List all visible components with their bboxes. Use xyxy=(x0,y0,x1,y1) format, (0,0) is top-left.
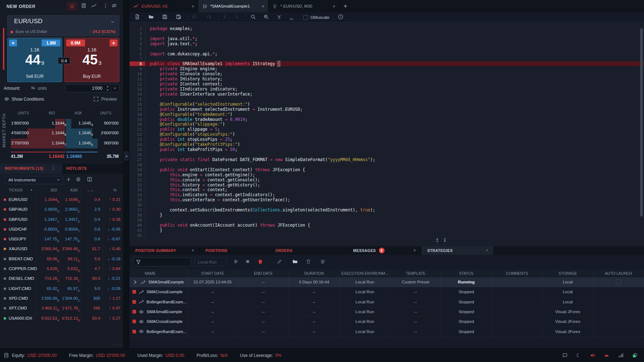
delete-strategy-icon[interactable] xyxy=(306,259,311,264)
new-file-icon[interactable] xyxy=(135,14,140,20)
close-tab-icon[interactable]: × xyxy=(255,4,264,9)
stop-all-strategies-icon[interactable] xyxy=(258,259,263,264)
new-tab-button[interactable]: + xyxy=(344,3,347,9)
strategy-row[interactable]: SMASmallExample------Local Run--StoppedV… xyxy=(130,307,644,317)
code-line[interactable]: 35 this.userInterface = context.getUserI… xyxy=(130,197,644,202)
help-icon[interactable]: ? xyxy=(338,14,343,20)
col-bid[interactable]: BID xyxy=(51,188,57,192)
tab-hotlists[interactable]: HOTLISTS xyxy=(66,166,87,171)
orderbook-icon[interactable] xyxy=(87,177,92,182)
code-line[interactable]: 4import java.text.*; xyxy=(130,41,644,46)
code-line[interactable]: 15 xyxy=(130,97,644,102)
code-line[interactable]: 40 public void onAccount(IAccount accoun… xyxy=(130,223,644,228)
strategies-col-auto-launch[interactable]: AUTO LAUNCH xyxy=(593,269,644,277)
swap-units-icon[interactable]: ⇆ xyxy=(31,85,35,90)
run-mode-select[interactable]: Local Run xyxy=(195,257,226,266)
strategy-row[interactable]: SMACrossExample------Local Run--StoppedV… xyxy=(130,317,644,327)
bottom-tab-orders[interactable]: ORDERS xyxy=(270,246,347,255)
connection-signal-icon[interactable] xyxy=(618,353,623,358)
code-line[interactable]: 41 } xyxy=(130,228,644,233)
instrument-row[interactable]: USD/JPY147.750147.7560.6↓ -0.67 xyxy=(0,234,123,244)
strategies-col-comments[interactable]: COMMENTS xyxy=(492,269,542,277)
more-menu-icon[interactable] xyxy=(103,3,108,8)
back-icon[interactable] xyxy=(222,14,228,20)
close-tab-icon[interactable]: × xyxy=(403,248,416,253)
strategies-col-status[interactable]: STATUS xyxy=(441,269,492,277)
col-ticker[interactable]: TICKER xyxy=(9,188,23,192)
code-line[interactable]: 19 public double tradeAmount = 0.0010; xyxy=(130,117,644,122)
search-replace-icon[interactable] xyxy=(263,14,269,20)
calculator-icon[interactable] xyxy=(81,3,86,8)
instrument-row[interactable]: COPPER.CMD5.62815.63284.7↑ 0.84 xyxy=(0,264,123,274)
instrument-row[interactable]: LIGHT.CMD65.92565.9755.0↓ -0.09 xyxy=(0,284,123,294)
collapse-all-icon[interactable] xyxy=(276,14,282,20)
col-ask[interactable]: ASK xyxy=(70,188,78,192)
code-line[interactable]: 38 } xyxy=(130,212,644,218)
bottom-tab-position-summary[interactable]: POSITION SUMMARY× xyxy=(130,246,200,255)
amount-input[interactable]: 1'000 ▲▼ xyxy=(65,84,119,92)
col-change[interactable]: % xyxy=(113,188,116,192)
strategies-col-duration[interactable]: DURATION xyxy=(289,269,339,277)
code-line[interactable]: 23 public int stopLossPips = 25; xyxy=(130,137,644,142)
statusbar-grip[interactable]: ··· xyxy=(115,342,122,347)
save-all-icon[interactable] xyxy=(176,14,181,20)
instrument-row[interactable]: DIESEL.CMD714.281715.18190.0↓ -0.21 xyxy=(0,274,123,283)
code-line[interactable]: 9 private IEngine engine; xyxy=(130,66,644,71)
strategies-col-end-date[interactable]: END DATE xyxy=(238,269,289,277)
close-tab-icon[interactable]: × xyxy=(475,248,488,253)
code-line[interactable]: 14 private IUserInterface userInterface; xyxy=(130,92,644,97)
editor-tab[interactable]: EUR/USD, H1× xyxy=(130,0,198,12)
col-spread[interactable]: →← xyxy=(86,188,94,192)
preview-label[interactable]: Preview xyxy=(101,97,117,102)
code-line[interactable]: 21 public int slippage = 5; xyxy=(130,127,644,132)
strategies-col-storage[interactable]: STORAGE xyxy=(543,269,593,277)
strategies-col-template[interactable]: TEMPLATE xyxy=(390,269,441,277)
code-line[interactable]: 30 this.engine = context.getEngine(); xyxy=(130,172,644,177)
expand-row-icon[interactable] xyxy=(132,279,138,285)
code-line[interactable]: 25 public int takeProfitPips = 50; xyxy=(130,147,644,152)
strategy-row[interactable]: BollingerBandExam...------Local Run--Sto… xyxy=(130,297,644,307)
instrument-row[interactable]: EUR/USD1.164491.164530.4↑ 0.21 xyxy=(0,195,123,205)
code-line[interactable]: 20 @Configurable("slippage:") xyxy=(130,122,644,127)
code-line[interactable]: 27 private static final DateFormat DATE_… xyxy=(130,157,644,162)
code-line[interactable]: 12 private IContext context; xyxy=(130,81,644,87)
code-editor[interactable]: 1package examples;23import java.util.*;4… xyxy=(130,22,644,242)
code-line[interactable]: 3import java.util.*; xyxy=(130,36,644,41)
code-line[interactable]: 17 public Instrument selectedInstrument … xyxy=(130,107,644,112)
close-tab-icon[interactable]: × xyxy=(181,248,194,253)
sell-button[interactable]: + 1.8M 1.16 449 Sell EUR xyxy=(7,38,62,82)
amount-value[interactable]: 1'000 xyxy=(92,86,102,91)
code-line[interactable]: 39 xyxy=(130,218,644,223)
feedback-icon[interactable] xyxy=(562,353,568,358)
settings-sun-icon[interactable] xyxy=(76,177,81,182)
buy-amount-plus-button[interactable]: + xyxy=(110,39,118,46)
eye-icon[interactable] xyxy=(4,96,9,102)
dark-mode-icon[interactable]: ☾ xyxy=(576,352,581,359)
code-line[interactable]: 42 xyxy=(130,233,644,238)
search-icon[interactable] xyxy=(250,14,256,20)
amount-dropdown-icon[interactable] xyxy=(112,85,118,91)
amount-stepper[interactable]: ▲▼ xyxy=(106,85,109,92)
preview-icon[interactable] xyxy=(93,96,99,102)
instrument-row[interactable]: USD/CHF0.800390.800470.8↓ -0.06 xyxy=(0,224,123,234)
strategy-row[interactable]: BollingerBandExam...------Local Run--Sto… xyxy=(130,327,644,336)
editor-scrollbar[interactable] xyxy=(640,28,643,216)
open-strategy-icon[interactable] xyxy=(292,259,298,264)
depth-row[interactable]: 1'800'0001.164491.16453900'000 xyxy=(0,119,123,129)
instrument-row[interactable]: XPT.CMD1'469.1191'471.781266↑ 0.97 xyxy=(0,303,123,313)
usage-gauge-icon[interactable] xyxy=(604,353,609,358)
code-line[interactable]: 7 xyxy=(130,56,644,62)
open-folder-icon[interactable] xyxy=(148,14,154,20)
code-line[interactable]: 8public class SMASmallExample1 implement… xyxy=(130,61,644,66)
strategies-col-start-date[interactable]: START DATE xyxy=(187,269,238,277)
code-line[interactable]: 22 @Configurable("stopLossPips:") xyxy=(130,132,644,137)
code-line[interactable]: 18 @Configurable("tradeAmount:") xyxy=(130,112,644,117)
code-line[interactable]: 10 private IConsole console; xyxy=(130,71,644,76)
instrument-row[interactable]: XPD.CMD1'300.9991'304.001300↑ 1.17 xyxy=(0,294,123,303)
depth-view-icon[interactable] xyxy=(67,2,77,11)
code-line[interactable]: 11 private IHistory history; xyxy=(130,76,644,81)
code-line[interactable]: 16 @Configurable("selectedInstrument:") xyxy=(130,102,644,107)
hide-panel-icon[interactable] xyxy=(111,3,117,8)
code-line[interactable]: 1package examples; xyxy=(130,26,644,31)
code-line[interactable]: 28 xyxy=(130,162,644,167)
